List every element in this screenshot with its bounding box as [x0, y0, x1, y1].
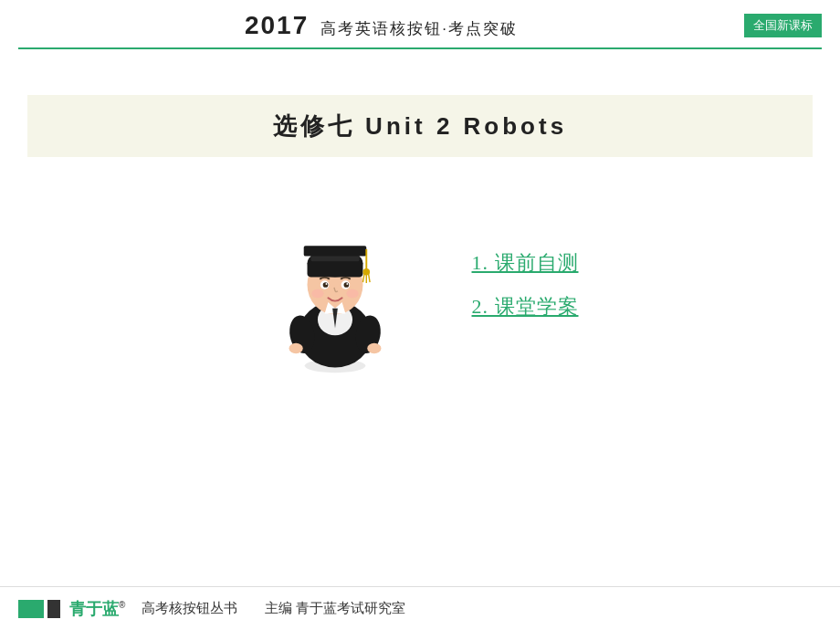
svg-rect-8: [303, 246, 366, 256]
svg-point-16: [322, 282, 328, 288]
link-classroom[interactable]: 2. 课堂学案: [472, 293, 579, 320]
page-header: 2017 高考英语核按钮·考点突破 全国新课标: [18, 0, 822, 49]
svg-rect-6: [307, 261, 362, 277]
svg-point-24: [289, 343, 302, 353]
svg-point-19: [346, 283, 348, 285]
banner-title: 选修七 Unit 2 Robots: [273, 110, 567, 142]
svg-line-13: [368, 272, 370, 282]
svg-point-17: [343, 282, 349, 288]
footer-editor: 主编 青于蓝考试研究室: [265, 600, 405, 617]
svg-point-25: [367, 343, 381, 353]
svg-point-21: [346, 289, 358, 299]
character-svg: [262, 194, 408, 376]
page-footer: 青于蓝® 高考核按钮丛书 主编 青于蓝考试研究室: [0, 586, 840, 630]
main-content: 1. 课前自测 2. 课堂学案: [0, 194, 840, 376]
header-year: 2017: [245, 11, 309, 39]
link-prereading[interactable]: 1. 课前自测: [472, 249, 579, 277]
header-subtitle: 高考英语核按钮·考点突破: [320, 20, 518, 37]
footer-series: 高考核按钮丛书: [142, 600, 237, 617]
svg-point-20: [311, 289, 323, 299]
svg-line-11: [362, 272, 364, 282]
footer-logo: [18, 600, 60, 618]
svg-point-18: [325, 283, 327, 285]
logo-dark-block: [47, 600, 60, 618]
header-badge: 全国新课标: [744, 14, 822, 37]
logo-green-block: [18, 600, 44, 618]
banner-center: 选修七 Unit 2 Robots: [27, 95, 813, 157]
footer-brand-name: 青于蓝®: [69, 598, 125, 620]
character-illustration: [262, 194, 417, 376]
unit-banner: 选修七 Unit 2 Robots: [27, 95, 813, 157]
header-title: 2017 高考英语核按钮·考点突破: [18, 11, 744, 40]
navigation-links: 1. 课前自测 2. 课堂学案: [472, 249, 579, 320]
